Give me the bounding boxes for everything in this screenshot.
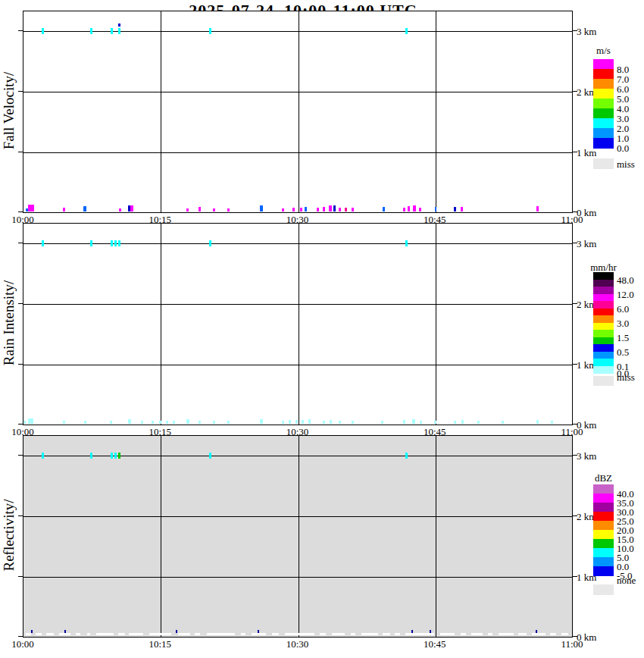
miss-dash-surface (76, 633, 80, 635)
echo-mark-surface (477, 421, 480, 424)
miss-dash-surface (383, 633, 390, 635)
miss-dash-surface (471, 633, 483, 635)
gridline-vertical (299, 11, 299, 212)
echo-mark-surface (28, 418, 33, 424)
echo-mark-surface (28, 205, 34, 212)
colorbar-box (593, 108, 614, 119)
miss-dash-surface (518, 633, 527, 635)
echo-mark-3km (42, 453, 44, 459)
colorbar-miss-label: none (617, 575, 636, 585)
colorbar-box (593, 330, 614, 337)
echo-mark-3km (90, 28, 92, 34)
miss-dash-surface (129, 633, 143, 635)
colorbar-box (593, 521, 614, 531)
echo-mark-surface (83, 206, 86, 212)
gridline-horizontal (23, 92, 572, 92)
colorbar-box (593, 301, 614, 309)
colorbar-miss-box (593, 158, 614, 169)
echo-mark-surface (454, 207, 456, 212)
colorbar-box (593, 366, 614, 374)
miss-dash-surface (241, 633, 245, 635)
colorbar-box (593, 294, 614, 302)
gridline-horizontal (23, 152, 572, 153)
miss-dash-surface (285, 633, 315, 635)
y-tick-left (18, 424, 23, 425)
colorbar-box (593, 548, 614, 558)
echo-mark-3km (118, 28, 120, 34)
echo-mark-surface (461, 420, 464, 424)
echo-mark-surface (63, 421, 65, 424)
echo-mark-surface (166, 421, 168, 424)
echo-mark-surface (435, 207, 436, 212)
echo-mark-surface (305, 207, 307, 212)
echo-mark-surface (408, 206, 410, 212)
echo-mark-surface (381, 421, 383, 424)
echo-mark-3km (111, 240, 113, 246)
echo-mark-surface (260, 205, 263, 212)
gridline-horizontal (23, 456, 572, 456)
time-tick-label: 10:00 (6, 215, 39, 224)
gridline-vertical (161, 224, 161, 425)
echo-mark-surface (536, 206, 539, 212)
rain-intensity-axis-label: Rain Intensity/ (1, 224, 17, 422)
time-tick-label: 10:00 (6, 639, 39, 649)
echo-mark-surface (227, 421, 230, 424)
echo-mark-surface (419, 208, 421, 212)
colorbar-tick-label: 6.0 (617, 303, 629, 313)
miss-dash-surface (488, 633, 492, 635)
miss-dash-surface (26, 633, 31, 635)
miss-dash-surface (149, 633, 171, 635)
time-tick-label: 10:30 (281, 215, 314, 224)
echo-mark-surface (323, 421, 325, 424)
miss-dash-surface (96, 633, 114, 635)
echo-mark-surface (502, 421, 504, 424)
colorbar-box (593, 99, 614, 109)
gridline-vertical (161, 11, 161, 212)
echo-mark-surface (213, 421, 215, 424)
echo-mark-surface (308, 419, 311, 424)
miss-dash-surface (207, 633, 235, 635)
miss-dash-surface (195, 633, 200, 635)
colorbar-tick-label: 12.0 (617, 289, 634, 299)
time-tick-label: 10:45 (418, 215, 452, 224)
echo-mark-3km (111, 453, 113, 459)
km-label: 3 km (577, 27, 596, 36)
colorbar-box (593, 323, 614, 331)
echo-mark-surface (330, 420, 332, 424)
echo-mark-surface (110, 421, 112, 424)
echo-mark-surface (403, 208, 405, 212)
echo-mark-surface (282, 208, 284, 212)
gridline-vertical (436, 224, 436, 425)
colorbar-box (593, 280, 614, 287)
echo-mark-surface (23, 421, 26, 424)
colorbar-box (593, 89, 614, 99)
echo-mark-3km (209, 240, 211, 246)
echo-mark-surface (420, 421, 422, 424)
colorbar-tick-label: 0.5 (617, 346, 629, 356)
colorbar-tick-label: 0.0 (617, 143, 629, 153)
echo-mark-3km (118, 24, 120, 27)
y-tick-left (18, 576, 23, 577)
gridline-horizontal (23, 577, 572, 578)
colorbar-box (593, 512, 614, 522)
y-tick-left (18, 303, 23, 304)
echo-dot-surface (31, 630, 33, 633)
colorbar-tick-label: 48.0 (617, 274, 634, 284)
time-tick-label: 11:00 (555, 215, 589, 224)
echo-mark-surface (141, 421, 143, 424)
echo-mark-surface (302, 420, 304, 424)
echo-dot-surface (64, 630, 66, 633)
colorbar-box (593, 315, 614, 323)
echo-mark-surface (128, 205, 130, 212)
colorbar-box (593, 69, 614, 80)
echo-mark-surface (383, 207, 385, 212)
fall-velocity-axis-label: Fall Velocity/ (1, 11, 17, 210)
echo-mark-3km (209, 453, 211, 459)
colorbar-box (593, 352, 614, 359)
km-label: 3 km (577, 239, 596, 249)
time-tick-label: 10:30 (281, 639, 314, 649)
echo-mark-surface (292, 208, 295, 212)
colorbar-box (593, 272, 614, 280)
colorbar-miss-box (593, 584, 614, 595)
echo-mark-surface (551, 421, 553, 424)
